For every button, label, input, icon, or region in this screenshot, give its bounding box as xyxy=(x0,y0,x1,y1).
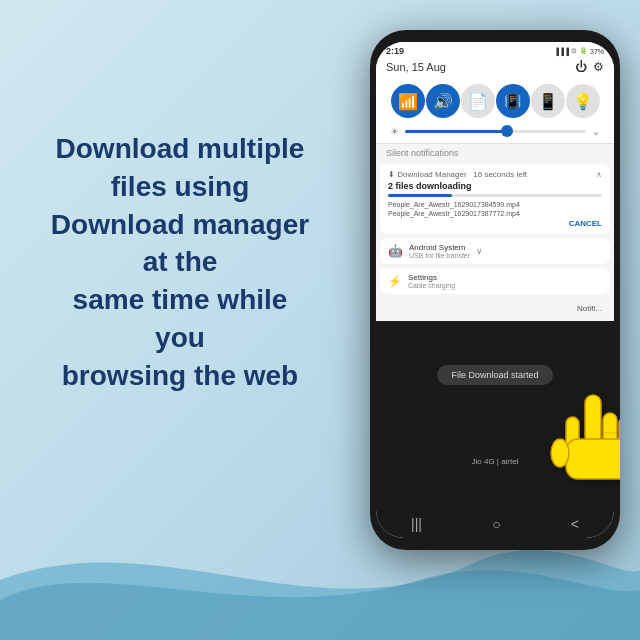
svg-point-5 xyxy=(551,439,569,467)
chevron-down-icon: ⌄ xyxy=(592,126,600,137)
svg-rect-4 xyxy=(566,439,620,479)
brightness-fill xyxy=(405,130,505,133)
screen-icon: 📱 xyxy=(538,92,558,111)
text-line3: Download manager xyxy=(51,209,309,240)
hand-cursor xyxy=(550,390,620,490)
main-text-block: Download multiple files using Download m… xyxy=(30,130,330,395)
brightness-min-icon: ☀ xyxy=(390,126,399,137)
volume-toggle[interactable]: 🔊 xyxy=(426,84,460,118)
text-line1: Download multiple xyxy=(56,133,305,164)
status-time: 2:19 xyxy=(386,46,404,56)
file-icon: 📄 xyxy=(468,92,488,111)
android-icon: 🤖 xyxy=(388,244,403,258)
screen-toggle[interactable]: 📱 xyxy=(531,84,565,118)
notif-subtitle: 2 files downloading xyxy=(388,181,602,191)
notif-file2: People_Are_Awestr_1629017387772.mp4 xyxy=(388,210,602,217)
notif-progress-fill xyxy=(388,194,452,197)
text-line7: browsing the web xyxy=(62,360,298,391)
silent-notif-label: Silent notifications xyxy=(376,144,614,162)
flashlight-toggle[interactable]: 💡 xyxy=(566,84,600,118)
phone-body: 2:19 ▐▐▐ ⊙ 🔋 37% Sun, 15 Aug ⏻ ⚙ xyxy=(370,30,620,550)
back-nav-icon[interactable]: < xyxy=(571,516,579,532)
bluetooth-icon: 📳 xyxy=(504,93,521,109)
settings-notif-content: Settings Cable charging xyxy=(408,273,455,289)
file-toggle[interactable]: 📄 xyxy=(461,84,495,118)
svg-rect-0 xyxy=(585,395,601,445)
text-line2: files using xyxy=(111,171,249,202)
home-nav-icon[interactable]: ○ xyxy=(492,516,500,532)
settings-notif: ⚡ Settings Cable charging xyxy=(380,268,610,294)
notif-expand-icon[interactable]: ∧ xyxy=(596,170,602,179)
cancel-button[interactable]: Cancel xyxy=(569,219,602,228)
text-line5: same time while xyxy=(73,284,288,315)
date-row: Sun, 15 Aug ⏻ ⚙ xyxy=(376,58,614,78)
hand-pointer-svg xyxy=(550,390,620,500)
brightness-row: ☀ ⌄ xyxy=(376,124,614,143)
android-system-notif: 🤖 Android System USB for file transfer ∨ xyxy=(380,238,610,264)
carrier-text: Jio 4G | airtel xyxy=(472,457,519,466)
notif-progress-bar xyxy=(388,194,602,197)
sys-notif-chevron-icon: ∨ xyxy=(476,246,483,256)
settings-notif-title: Settings xyxy=(408,273,455,282)
status-bar: 2:19 ▐▐▐ ⊙ 🔋 37% xyxy=(376,42,614,58)
download-icon: ⬇ xyxy=(388,170,395,179)
wifi-status-icon: ⊙ xyxy=(571,47,577,55)
download-notif-card: ⬇ Download Manager 16 seconds left ∧ 2 f… xyxy=(380,164,610,234)
volume-icon: 🔊 xyxy=(433,92,453,111)
notif-file1: People_Are_Awestr_1629017384599.mp4 xyxy=(388,201,602,208)
android-notif-title: Android System xyxy=(409,243,470,252)
settings-notif-sub: Cable charging xyxy=(408,282,455,289)
signal-icon: ▐▐▐ xyxy=(554,48,569,55)
brightness-thumb xyxy=(501,125,513,137)
settings-gear-icon: ⚙ xyxy=(593,60,604,74)
date-icons: ⏻ ⚙ xyxy=(575,60,604,74)
date-text: Sun, 15 Aug xyxy=(386,61,446,73)
flashlight-icon: 💡 xyxy=(573,92,593,111)
android-notif-sub: USB for file transfer xyxy=(409,252,470,259)
settings-icon: ⚡ xyxy=(388,275,402,288)
notif-actions: Cancel xyxy=(388,219,602,228)
wifi-icon: 📶 xyxy=(398,92,418,111)
text-line4: at the xyxy=(143,246,218,277)
notif-all-button[interactable]: Notifi... xyxy=(380,300,610,317)
sys-notif-content: Android System USB for file transfer xyxy=(409,243,470,259)
notif-app-title: ⬇ Download Manager 16 seconds left xyxy=(388,170,527,179)
status-icons: ▐▐▐ ⊙ 🔋 37% xyxy=(554,47,604,55)
text-line6: you xyxy=(155,322,205,353)
notif-header: ⬇ Download Manager 16 seconds left ∧ xyxy=(388,170,602,179)
brightness-bar[interactable] xyxy=(405,130,586,133)
battery-icon: 🔋 xyxy=(579,47,588,55)
phone-mockup: 2:19 ▐▐▐ ⊙ 🔋 37% Sun, 15 Aug ⏻ ⚙ xyxy=(370,30,620,550)
nav-bar: ||| ○ < xyxy=(376,510,614,538)
wifi-toggle[interactable]: 📶 xyxy=(391,84,425,118)
recents-nav-icon[interactable]: ||| xyxy=(411,516,422,532)
notif-time: 16 seconds left xyxy=(473,170,527,179)
file-toast: File Download started xyxy=(437,365,552,385)
power-icon: ⏻ xyxy=(575,60,587,74)
quick-toggles: 📶 🔊 📄 📳 📱 💡 xyxy=(376,78,614,124)
battery-text: 37% xyxy=(590,48,604,55)
bluetooth-toggle[interactable]: 📳 xyxy=(496,84,530,118)
